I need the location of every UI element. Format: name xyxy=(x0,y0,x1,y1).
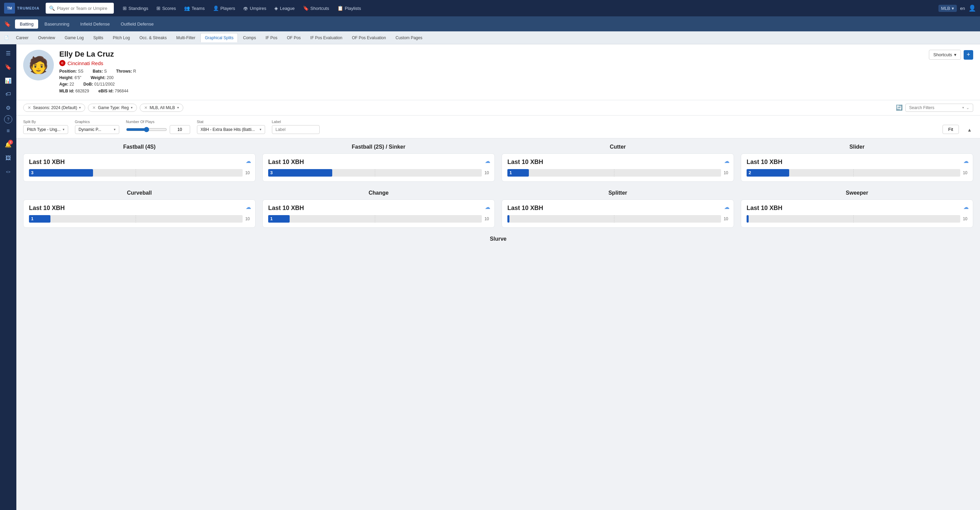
search-filters-area: 🔄 ▾ ⌄ xyxy=(896,104,973,112)
tab-overview[interactable]: Overview xyxy=(34,33,60,42)
game-type-filter-close[interactable]: ✕ xyxy=(92,105,96,110)
cloud-upload-icon-fastball2s[interactable]: ☁ xyxy=(485,158,490,164)
graphics-select[interactable]: Dynamic P... ▾ xyxy=(75,125,119,134)
card-title-curveball: Last 10 XBH xyxy=(29,204,250,212)
plays-input[interactable]: 10 xyxy=(170,125,190,134)
subnav-infield-defense[interactable]: Infield Defense xyxy=(75,19,115,29)
chevron-down-icon: ▾ xyxy=(952,6,954,11)
nav-players[interactable]: 👤 Players xyxy=(210,4,239,12)
chevron-down-icon: ▾ xyxy=(954,52,956,57)
search-filters-expand[interactable]: ⌄ xyxy=(966,105,969,110)
sidebar-chart-icon[interactable]: 📊 xyxy=(2,74,14,87)
search-filters-field[interactable] xyxy=(909,105,960,110)
nav-teams[interactable]: 👥 Teams xyxy=(181,4,208,12)
collapse-controls-button[interactable]: ▲ xyxy=(966,126,973,134)
cloud-upload-icon-sweeper[interactable]: ☁ xyxy=(963,204,969,210)
plays-range-input[interactable] xyxy=(126,127,167,132)
league-icon: ◈ xyxy=(274,5,278,11)
tab-pitch-log[interactable]: Pitch Log xyxy=(108,33,134,42)
stat-select[interactable]: XBH - Extra Base Hits (Batti... ▾ xyxy=(197,125,265,134)
add-shortcut-button[interactable]: + xyxy=(964,50,973,60)
nav-playlists[interactable]: 📋 Playlists xyxy=(334,4,364,12)
shortcuts-nav-icon: 🔖 xyxy=(303,5,309,11)
cloud-upload-icon-fastball4s[interactable]: ☁ xyxy=(246,158,251,164)
refresh-icon[interactable]: 🔄 xyxy=(896,104,903,111)
shortcuts-button[interactable]: Shortcuts ▾ xyxy=(929,50,961,60)
tab-occ-streaks[interactable]: Occ. & Streaks xyxy=(135,33,171,42)
league-selector[interactable]: MLB ▾ xyxy=(939,5,957,12)
subnav-batting[interactable]: Batting xyxy=(15,19,38,29)
nav-scores[interactable]: ⊞ Scores xyxy=(153,4,179,12)
bar-change: 1 10 xyxy=(268,215,489,223)
nav-standings[interactable]: ⊞ Standings xyxy=(119,4,152,12)
sidebar-bookmark-icon[interactable]: 🔖 xyxy=(2,61,14,73)
cloud-upload-icon-curveball[interactable]: ☁ xyxy=(246,204,251,210)
search-input[interactable] xyxy=(57,6,110,11)
sidebar-code-icon[interactable]: <> xyxy=(2,166,14,178)
graphics-arrow: ▾ xyxy=(114,128,116,131)
game-type-filter[interactable]: ✕ Game Type: Reg ▾ xyxy=(88,104,137,112)
tab-graphical-splits[interactable]: Graphical Splits xyxy=(200,33,238,42)
level-filter[interactable]: ✕ MLB, All MiLB ▾ xyxy=(140,104,183,112)
dashed-line-fastball4s xyxy=(135,169,136,177)
pitch-col-slider: Slider ☁ Last 10 XBH 2 10 xyxy=(741,144,973,182)
filters-bar: ✕ Seasons: 2024 (Default) ▾ ✕ Game Type:… xyxy=(16,100,980,116)
split-by-group: Split By Pitch Type - Ung... ▾ xyxy=(23,120,68,134)
bar-value-slider: 2 xyxy=(749,170,751,175)
team-logo: C xyxy=(59,60,65,66)
cloud-upload-icon-change[interactable]: ☁ xyxy=(485,204,490,210)
stat-value: XBH - Extra Base Hits (Batti... xyxy=(201,127,255,132)
nav-shortcuts[interactable]: 🔖 Shortcuts xyxy=(299,4,332,12)
pitch-card-slider: ☁ Last 10 XBH 2 10 xyxy=(741,153,973,182)
bar-max-splitter: 10 xyxy=(724,217,728,221)
bar-max-cutter: 10 xyxy=(724,171,728,175)
cloud-upload-icon-splitter[interactable]: ☁ xyxy=(724,204,730,210)
level-filter-close[interactable]: ✕ xyxy=(144,105,148,110)
pitch-title-fastball2s: Fastball (2S) / Sinker xyxy=(262,144,495,150)
nav-league[interactable]: ◈ League xyxy=(271,4,298,12)
bookmark-nav-icon: 🔖 xyxy=(4,21,11,27)
sidebar-tag-icon[interactable]: 🏷 xyxy=(2,88,14,100)
tab-of-pos[interactable]: OF Pos xyxy=(283,33,305,42)
sidebar-help-icon[interactable]: ? xyxy=(4,115,12,123)
sidebar-menu-icon[interactable]: ☰ xyxy=(2,47,14,59)
search-filters-input[interactable]: ▾ ⌄ xyxy=(905,104,973,112)
subnav-baserunning[interactable]: Baserunning xyxy=(40,19,74,29)
sidebar-settings-icon[interactable]: ⚙ xyxy=(2,102,14,114)
tab-career[interactable]: Career xyxy=(11,33,33,42)
pitch-title-slider: Slider xyxy=(741,144,973,150)
bar-value-curveball: 1 xyxy=(31,216,33,221)
tab-of-pos-eval[interactable]: OF Pos Evaluation xyxy=(348,33,390,42)
player-name: Elly De La Cruz xyxy=(59,50,923,59)
season-filter-close[interactable]: ✕ xyxy=(28,105,31,110)
tab-if-pos-eval[interactable]: IF Pos Evaluation xyxy=(306,33,347,42)
subnav-outfield-defense[interactable]: Outfield Defense xyxy=(116,19,158,29)
tab-game-log[interactable]: Game Log xyxy=(60,33,88,42)
sidebar-image-icon[interactable]: 🖼 xyxy=(2,152,14,164)
nav-umpires[interactable]: 🏟 Umpires xyxy=(240,4,269,12)
sidebar-notification-icon[interactable]: 🔔 2 xyxy=(2,139,14,151)
bar-fill-curveball: 1 xyxy=(29,215,51,223)
sidebar-list-icon[interactable]: ≡ xyxy=(2,125,14,137)
tab-if-pos[interactable]: IF Pos xyxy=(261,33,282,42)
logo-text: TRUMEDIA xyxy=(17,6,40,10)
tab-comps[interactable]: Comps xyxy=(239,33,260,42)
pitch-col-fastball2s: Fastball (2S) / Sinker ☁ Last 10 XBH 3 xyxy=(262,144,495,182)
cloud-upload-icon-cutter[interactable]: ☁ xyxy=(724,158,730,164)
season-filter[interactable]: ✕ Seasons: 2024 (Default) ▾ xyxy=(23,104,85,112)
bar-max-fastball2s: 10 xyxy=(485,171,489,175)
label-input[interactable] xyxy=(272,125,320,134)
search-box[interactable]: 🔍 xyxy=(46,3,114,14)
logo-icon: TM xyxy=(4,3,15,14)
tab-multi-filter[interactable]: Multi-Filter xyxy=(172,33,200,42)
fit-button[interactable]: Fit xyxy=(942,125,959,134)
user-icon[interactable]: 👤 xyxy=(969,5,976,12)
split-by-select[interactable]: Pitch Type - Ung... ▾ xyxy=(23,125,68,134)
tab-splits[interactable]: Splits xyxy=(89,33,108,42)
tab-custom-pages[interactable]: Custom Pages xyxy=(391,33,427,42)
plays-slider[interactable] xyxy=(126,127,167,132)
pitch-card-splitter: ☁ Last 10 XBH 10 xyxy=(501,199,734,228)
season-filter-label: Seasons: 2024 (Default) xyxy=(33,105,77,110)
cloud-upload-icon-slider[interactable]: ☁ xyxy=(963,158,969,164)
bar-wrapper-cutter: 1 xyxy=(508,169,721,177)
